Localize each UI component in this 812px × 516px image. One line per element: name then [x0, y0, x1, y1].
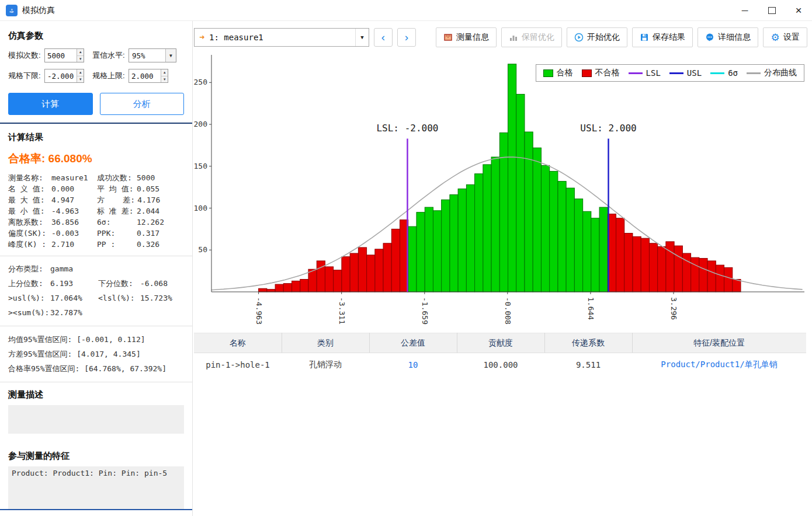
- maximize-button[interactable]: [758, 0, 785, 20]
- stat-row: 最 小 值:-4.963: [8, 205, 97, 217]
- spin-up-icon[interactable]: ▲: [161, 69, 168, 76]
- spec-lower-spin[interactable]: ▲▼: [77, 69, 84, 82]
- prev-measure-button[interactable]: ‹: [374, 28, 393, 47]
- histogram-bar: [466, 184, 474, 292]
- divider: [0, 326, 192, 326]
- start-optimize-button[interactable]: 开始优化: [567, 27, 627, 47]
- spec-upper-stepper[interactable]: ▲▼: [129, 69, 168, 83]
- histogram-bar: [391, 229, 400, 292]
- next-measure-button[interactable]: ›: [397, 28, 416, 47]
- dist-label: 下分位数:: [98, 276, 140, 291]
- histogram-bar: [508, 64, 516, 292]
- histogram-bar: [716, 265, 724, 292]
- histogram-bar: [475, 174, 483, 292]
- stat-value: 2.044: [137, 205, 159, 217]
- histogram-bar: [566, 188, 574, 292]
- window-controls: ─ ×: [731, 0, 812, 20]
- ci-value: [4.017, 4.345]: [77, 350, 141, 358]
- spec-upper-spin[interactable]: ▲▼: [161, 69, 168, 82]
- close-button[interactable]: ×: [785, 0, 812, 20]
- histogram-chart: 50100150200250-4.963-3.311-1.659-0.0081.…: [194, 51, 807, 333]
- stat-row: PPK:0.317: [97, 228, 164, 239]
- details-button[interactable]: 详细信息: [698, 27, 758, 47]
- histogram-bar: [583, 211, 591, 292]
- histogram-bar: [699, 259, 707, 292]
- dist-label: 上分位数:: [8, 276, 50, 291]
- stat-value: -4.963: [51, 205, 79, 217]
- stat-label: 离散系数:: [8, 217, 49, 228]
- measure-description-input[interactable]: [8, 405, 184, 434]
- stat-label: 最 小 值:: [8, 205, 49, 217]
- x-tick-label: -4.963: [255, 297, 263, 325]
- histogram-bar: [458, 189, 466, 292]
- x-tick-label: 3.296: [669, 297, 678, 320]
- spec-lower-stepper[interactable]: ▲▼: [44, 69, 84, 83]
- histogram-svg: 50100150200250-4.963-3.311-1.659-0.0081.…: [194, 51, 807, 333]
- confidence-select[interactable]: 95% ▼: [129, 48, 176, 62]
- x-tick-label: 1.644: [587, 297, 595, 320]
- spec-lower-input[interactable]: [45, 69, 77, 82]
- titlebar: ↔↕ 模拟仿真 ─ ×: [0, 0, 812, 21]
- save-results-button[interactable]: 保存结果: [632, 27, 693, 47]
- analyze-button[interactable]: 分析: [100, 93, 185, 115]
- histogram-bar: [267, 290, 275, 292]
- stat-label: PPK:: [97, 228, 134, 239]
- histogram-bar: [491, 157, 499, 292]
- measure-info-button[interactable]: 测量信息: [436, 27, 497, 47]
- sim-count-stepper[interactable]: ▲▼: [44, 48, 84, 62]
- settings-button[interactable]: ⚙ 设置: [763, 27, 807, 47]
- histogram-bar: [334, 270, 342, 292]
- feature-position-link[interactable]: Product/Product1/单孔单销: [632, 353, 806, 376]
- chevron-down-icon[interactable]: ▼: [165, 49, 176, 62]
- spec-upper-label: 规格上限:: [92, 71, 129, 81]
- spin-down-icon[interactable]: ▼: [161, 76, 168, 83]
- spin-up-icon[interactable]: ▲: [77, 49, 84, 56]
- sim-count-spin[interactable]: ▲▼: [77, 49, 84, 62]
- minimize-button[interactable]: ─: [731, 0, 758, 20]
- histogram-bar: [558, 182, 566, 292]
- spin-down-icon[interactable]: ▼: [77, 56, 84, 62]
- histogram-bar: [516, 94, 525, 292]
- histogram-bar: [641, 238, 649, 292]
- spec-upper-input[interactable]: [129, 69, 161, 82]
- stat-row: 偏度(SK):-0.003: [8, 228, 97, 239]
- histogram-bar: [350, 253, 358, 292]
- histogram-bar: [375, 249, 383, 292]
- histogram-bar: [624, 233, 633, 292]
- dist-row: >usl(%):17.064%<lsl(%):15.723%: [8, 291, 184, 305]
- calculate-button[interactable]: 计算: [8, 93, 93, 115]
- histogram-bar: [292, 281, 300, 292]
- legend-label: USL: [687, 68, 702, 78]
- play-icon: [574, 33, 584, 42]
- window-title: 模拟仿真: [22, 5, 55, 16]
- y-tick-label: 250: [194, 78, 207, 86]
- pass-rate: 合格率: 66.080%: [8, 151, 184, 166]
- chat-bubble-icon: [705, 33, 714, 42]
- spin-down-icon[interactable]: ▼: [77, 76, 84, 83]
- divider: [0, 509, 192, 510]
- chevron-down-icon[interactable]: ▼: [355, 29, 369, 46]
- stat-label: PP :: [97, 239, 134, 250]
- histogram-bar: [574, 199, 582, 292]
- histogram-bar: [541, 165, 549, 292]
- button-label: 详细信息: [718, 32, 751, 43]
- spin-up-icon[interactable]: ▲: [77, 69, 84, 76]
- measure-select-value: 1: measure1: [209, 33, 263, 42]
- y-tick-label: 100: [194, 204, 207, 212]
- button-label: 开始优化: [587, 32, 620, 43]
- stat-row: 最 大 值:4.947: [8, 194, 97, 205]
- stat-value: -0.003: [51, 228, 79, 239]
- confidence-interval-row: 均值95%置信区间: [-0.001, 0.112]: [8, 332, 184, 347]
- divider: [0, 256, 192, 256]
- features-list: Product: Product1: Pin: Pin: pin-5: [8, 466, 184, 509]
- sim-count-input[interactable]: [45, 49, 77, 62]
- keep-optimize-button: 保留优化: [501, 27, 562, 47]
- x-tick-label: -3.311: [338, 297, 346, 325]
- measure-select[interactable]: ➜ 1: measure1 ▼: [194, 28, 369, 47]
- stat-label: 成功次数:: [97, 172, 134, 183]
- histogram-bar: [300, 279, 308, 292]
- legend-item: 6σ: [710, 68, 738, 78]
- histogram-bar: [450, 195, 458, 292]
- spacer: [8, 434, 184, 451]
- legend-label: 合格: [557, 68, 573, 78]
